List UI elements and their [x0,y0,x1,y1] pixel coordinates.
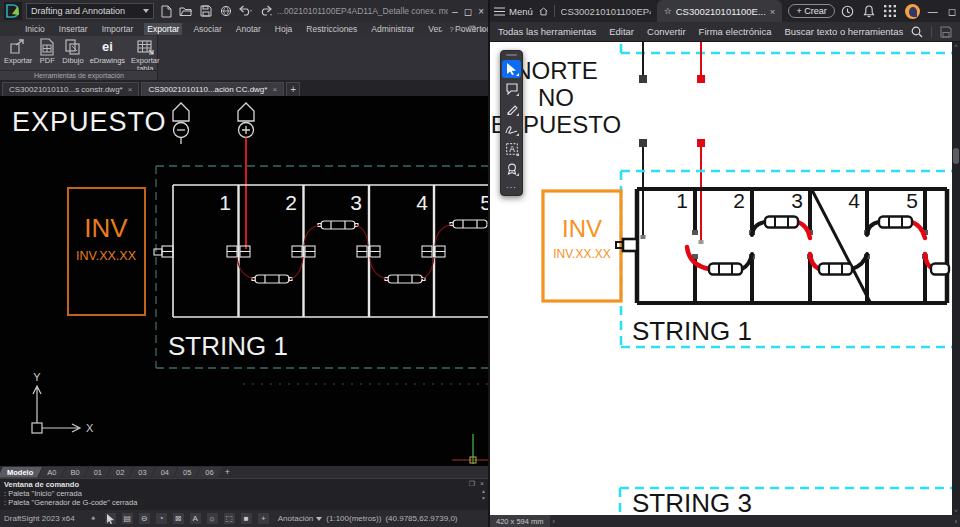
home-icon[interactable] [539,6,548,17]
horizontal-scrollbar[interactable]: ‹ › [550,515,960,527]
scrollbar-thumb[interactable] [953,148,959,164]
more-tools-button[interactable]: ... [506,180,517,192]
undo-button[interactable] [238,4,253,19]
vertical-scrollbar[interactable]: ˄ ˅ [952,42,960,515]
tab-importar[interactable]: Importar [99,23,137,35]
doc-restore-icon[interactable]: ❐ [468,25,475,34]
close-tab-icon[interactable]: × [770,6,776,17]
edit-menu[interactable]: Editar [609,26,634,37]
tab-anotar[interactable]: Anotar [233,23,264,35]
highlight-tool-button[interactable] [502,100,521,118]
cad-canvas[interactable]: EXPUESTO [0,96,488,466]
sheet-tab-01[interactable]: 01 [85,467,111,478]
tab-asociar[interactable]: Asociar [190,23,224,35]
close-button[interactable]: × [478,6,484,17]
export-drawing-button[interactable]: Dibujo [62,38,83,65]
scroll-left-icon[interactable]: ‹ [553,518,555,525]
sheet-tab-05[interactable]: 05 [174,467,200,478]
pdf-page[interactable]: NORTE NO EXPUESTO [490,42,960,515]
add-text-tool-button[interactable]: A [502,140,521,158]
export-pdf-button[interactable]: PDF [38,38,56,65]
document-tab-inactive[interactable]: CS300210101100EP4GL2... [561,6,651,17]
history-icon[interactable] [841,5,854,18]
scroll-down-icon[interactable]: ▼ [481,495,486,501]
menu-button[interactable]: Menú [494,6,533,17]
add-icon[interactable]: + [257,512,270,525]
search-label[interactable]: Buscar texto o herramientas [784,26,903,37]
new-file-button[interactable] [158,4,173,19]
minimize-button[interactable]: — [928,6,938,17]
edrawings-button[interactable]: ei eDrawings [90,38,125,65]
close-icon[interactable]: × [128,85,133,94]
all-tools-menu[interactable]: Todas las herramientas [498,26,596,37]
scale-readout: (1:100(metros)) [326,514,381,523]
doc-close-icon[interactable]: × [480,25,485,34]
doc-tab-1[interactable]: CS30021010110...s constr.dwg* × [2,82,139,96]
pointer-icon[interactable] [104,512,117,525]
export-table-button[interactable]: Exportar tabla [131,38,159,74]
notifications-bell-icon[interactable] [863,5,875,18]
close-icon[interactable]: × [272,85,277,94]
sheet-tab-06[interactable]: 06 [196,467,222,478]
sign-tool-button[interactable] [502,120,521,138]
comment-tool-button[interactable] [502,80,521,98]
stamp-tool-button[interactable] [502,160,521,178]
select-tool-button[interactable] [502,60,521,78]
polar-icon[interactable]: ◔ [155,512,168,525]
workspace-dropdown[interactable]: Drafting and Annotation [26,3,154,19]
close-icon[interactable]: × [480,480,484,488]
command-scrollbar[interactable]: ▲▼ [481,488,486,502]
doc-minimize-icon[interactable]: – [459,25,463,34]
command-window[interactable]: Ventana de comando ❐× : Paleta "Inicio" … [0,478,488,510]
create-button[interactable]: + Crear [788,4,834,18]
save-button[interactable] [198,4,213,19]
save-icon[interactable] [940,26,952,38]
apps-grid-icon[interactable] [884,5,896,17]
sheet-tab-modelo[interactable]: Modelo [0,467,42,478]
snap-settings-icon[interactable]: ⌖ [87,512,100,525]
tab-hoja[interactable]: Hoja [272,23,295,35]
maximize-button[interactable]: ◻ [464,6,472,17]
annotation-dropdown[interactable]: Anotación [278,514,323,523]
tab-exportar[interactable]: Exportar [144,23,182,35]
tab-inicio[interactable]: Inicio [22,23,48,35]
chevron-down-icon[interactable]: ⌄ [438,25,445,34]
esign-menu[interactable]: Firma electrónica [699,26,772,37]
scroll-up-icon[interactable]: ˄ [954,43,958,49]
print-style-icon[interactable]: ⬚ [223,512,236,525]
sheet-tab-03[interactable]: 03 [129,467,155,478]
help-icon[interactable]: ? [449,25,453,34]
brightness-icon[interactable]: ☼ [206,512,219,525]
search-icon[interactable] [911,26,923,38]
entity-snap-icon[interactable]: ⊠ [172,512,185,525]
tab-restricciones[interactable]: Restricciones [303,23,360,35]
tab-insertar[interactable]: Insertar [56,23,91,35]
ortho-icon[interactable]: ⊖ [138,512,151,525]
new-doc-tab-button[interactable]: + [286,82,300,96]
sheet-tab-a0[interactable]: A0 [38,467,65,478]
minimize-button[interactable]: – [452,6,458,17]
annotation-scale-icon[interactable]: A [189,512,202,525]
maximize-button[interactable]: ◻ [948,6,956,17]
publish-button[interactable] [218,4,233,19]
redo-button[interactable] [258,4,273,19]
tab-administrar[interactable]: Administrar [368,23,417,35]
export-button[interactable]: Exportar [4,38,32,65]
star-icon[interactable]: ☆ [664,6,672,16]
sheet-tab-04[interactable]: 04 [152,467,178,478]
sheet-tab-02[interactable]: 02 [107,467,133,478]
convert-menu[interactable]: Convertir [647,26,686,37]
user-avatar[interactable] [905,4,920,19]
doc-tab-2[interactable]: CS30021010110...ación CC.dwg* × [141,82,284,96]
palette-drag-handle[interactable] [506,54,517,56]
workspace-icon[interactable]: ■ [240,512,253,525]
scroll-right-icon[interactable]: › [955,518,957,525]
scroll-up-icon[interactable]: ▲ [481,488,486,494]
grid-icon[interactable]: ▤ [121,512,134,525]
open-file-button[interactable] [178,4,193,19]
float-icon[interactable]: ❐ [469,480,475,488]
add-sheet-button[interactable]: + [225,467,230,477]
scroll-down-icon[interactable]: ˅ [954,508,958,514]
sheet-tab-b0[interactable]: B0 [61,467,88,478]
document-tab-active[interactable]: ☆ CS300210101100E... × [657,0,783,22]
